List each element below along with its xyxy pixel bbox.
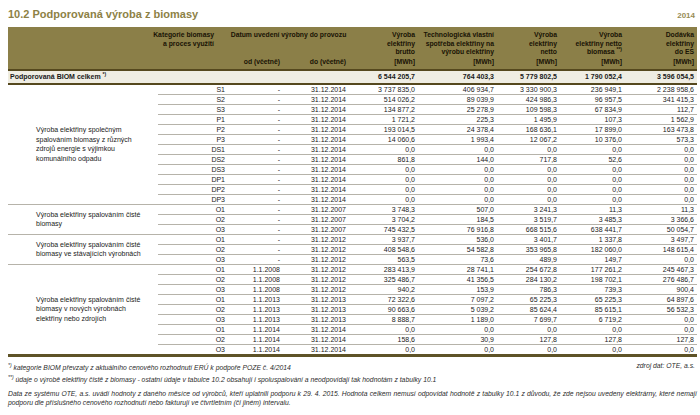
value-cell-brutto: 0,0 (349, 164, 418, 174)
footnote-2: **) údaje o výrobě elektřiny čistě z bio… (8, 375, 697, 385)
date-from-cell: - (228, 84, 283, 95)
value-cell-netto: 0,0 (497, 174, 560, 184)
value-cell-netto: 1 495,9 (497, 114, 560, 124)
total-value-cell: 5 779 802,5 (497, 70, 560, 84)
category-code-cell: O2 (158, 214, 228, 224)
value-cell-brutto: 514 026,2 (349, 94, 418, 104)
value-cell-dodavka: 900,4 (625, 284, 697, 294)
date-from-header: od (včetně) (228, 57, 283, 70)
value-cell-tech: 0,0 (418, 174, 497, 184)
value-cell-biomasa: 65 225,3 (560, 294, 625, 304)
table-row: Výroba elektřiny spalováním čisté biomas… (8, 234, 697, 244)
date-from-cell: - (228, 94, 283, 104)
date-to-cell: 31.12.2014 (283, 334, 349, 344)
value-cell-netto: 717,8 (497, 154, 560, 164)
date-from-cell: - (228, 174, 283, 184)
date-to-cell: 31.12.2012 (283, 264, 349, 274)
total-value-cell: 3 596 054,5 (625, 70, 697, 84)
value-cell-biomasa: 17 899,0 (560, 124, 625, 134)
value-cell-biomasa: 10 376,0 (560, 134, 625, 144)
value-cell-tech: 0,0 (418, 184, 497, 194)
value-cell-tech: 73,6 (418, 254, 497, 264)
value-cell-biomasa: 739,3 (560, 284, 625, 294)
category-code-cell: DP1 (158, 174, 228, 184)
value-cell-tech: 24 378,4 (418, 124, 497, 134)
value-cell-netto: 284 130,2 (497, 274, 560, 284)
date-to-cell: 31.12.2012 (283, 244, 349, 254)
value-cell-tech: 0,0 (418, 144, 497, 154)
value-cell-brutto: 283 413,9 (349, 264, 418, 274)
unit-label: [MWh] (560, 57, 625, 70)
table-body: Podporovaná BIOM celkem *) 6 544 205,7 7… (8, 70, 697, 356)
value-cell-dodavka: 2 238 958,6 (625, 84, 697, 95)
date-to-cell: 31.12.2012 (283, 284, 349, 294)
category-code-cell: O1 (158, 204, 228, 214)
value-cell-netto: 0,0 (497, 184, 560, 194)
date-from-cell: 1.1.2014 (228, 334, 283, 344)
date-to-cell: 31.12.2014 (283, 84, 349, 95)
date-from-cell: - (228, 244, 283, 254)
date-to-cell: 31.12.2012 (283, 234, 349, 244)
value-cell-tech: 153,9 (418, 284, 497, 294)
value-cell-biomasa: 96 957,5 (560, 94, 625, 104)
column-header-net-production: Výroba elektřiny netto (497, 27, 560, 57)
date-to-cell: 31.12.2014 (283, 184, 349, 194)
date-from-cell: 1.1.2013 (228, 304, 283, 314)
value-cell-biomasa: 0,0 (560, 324, 625, 334)
category-code-cell: O1 (158, 294, 228, 304)
value-cell-netto: 7 699,7 (497, 314, 560, 324)
value-cell-biomasa: 182 060,0 (560, 244, 625, 254)
value-cell-brutto: 3 937,7 (349, 234, 418, 244)
value-cell-tech: 0,0 (418, 324, 497, 334)
value-cell-tech: 28 741,1 (418, 264, 497, 274)
value-cell-biomasa: 0,0 (560, 184, 625, 194)
value-cell-biomasa: 0,0 (560, 344, 625, 355)
date-from-cell: 1.1.2008 (228, 274, 283, 284)
value-cell-netto: 0,0 (497, 164, 560, 174)
value-cell-tech: 30,9 (418, 334, 497, 344)
date-to-cell: 31.12.2014 (283, 174, 349, 184)
value-cell-biomasa: 236 949,1 (560, 84, 625, 95)
date-from-cell: 1.1.2013 (228, 294, 283, 304)
value-cell-netto: 0,0 (497, 324, 560, 334)
date-from-cell: - (228, 224, 283, 234)
value-cell-netto: 786,3 (497, 284, 560, 294)
value-cell-dodavka: 0,0 (625, 324, 697, 334)
value-cell-dodavka: 0,0 (625, 174, 697, 184)
date-to-cell: 31.12.2014 (283, 104, 349, 114)
date-from-cell: - (228, 124, 283, 134)
value-cell-tech: 54 582,8 (418, 244, 497, 254)
value-cell-brutto: 325 486,7 (349, 274, 418, 284)
category-code-cell: S2 (158, 94, 228, 104)
total-row: Podporovaná BIOM celkem *) 6 544 205,7 7… (8, 70, 697, 84)
value-cell-dodavka: 148 615,4 (625, 244, 697, 254)
value-cell-netto: 254 672,8 (497, 264, 560, 274)
group-label-cell: Výroba elektřiny spalováním čisté biomas… (8, 234, 158, 264)
date-to-cell: 31.12.2013 (283, 294, 349, 304)
value-cell-biomasa: 0,0 (560, 174, 625, 184)
value-cell-netto: 353 965,8 (497, 244, 560, 254)
category-code-cell: O1 (158, 264, 228, 274)
value-cell-brutto: 745 432,5 (349, 224, 418, 234)
category-code-cell: O2 (158, 304, 228, 314)
category-code-cell: O2 (158, 274, 228, 284)
total-value-cell: 6 544 205,7 (349, 70, 418, 84)
value-cell-brutto: 3 704,2 (349, 214, 418, 224)
value-cell-tech: 5 039,2 (418, 304, 497, 314)
column-header-gross-production: Výroba elektřiny brutto (349, 27, 418, 57)
column-header-net-biomass: Výroba elektřiny netto biomasa **) (560, 27, 625, 57)
value-cell-brutto: 940,2 (349, 284, 418, 294)
category-code-cell: O1 (158, 234, 228, 244)
date-from-cell: 1.1.2013 (228, 314, 283, 324)
date-from-cell: - (228, 184, 283, 194)
date-to-cell: 31.12.2014 (283, 344, 349, 355)
value-cell-dodavka: 64 897,6 (625, 294, 697, 304)
value-cell-biomasa: 0,0 (560, 164, 625, 174)
category-code-cell: O1 (158, 324, 228, 334)
date-from-cell: - (228, 104, 283, 114)
date-to-cell: 31.12.2007 (283, 224, 349, 234)
value-cell-tech: 1 993,4 (418, 134, 497, 144)
category-code-cell: DS1 (158, 144, 228, 154)
value-cell-biomasa: 3 485,3 (560, 214, 625, 224)
date-from-cell: - (228, 144, 283, 154)
